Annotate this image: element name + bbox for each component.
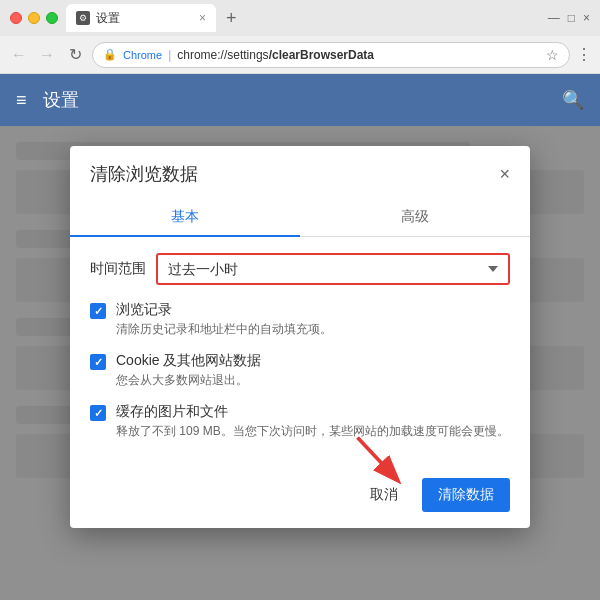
checkbox-browsing-history-input[interactable] bbox=[90, 303, 106, 319]
modal-header: 清除浏览数据 × bbox=[70, 146, 530, 186]
url-bar[interactable]: 🔒 Chrome | chrome://settings/clearBrowse… bbox=[92, 42, 570, 68]
checkbox-browsing-history-desc: 清除历史记录和地址栏中的自动填充项。 bbox=[116, 321, 332, 338]
app-header: ≡ 设置 🔍 bbox=[0, 74, 600, 126]
hamburger-menu-button[interactable]: ≡ bbox=[16, 90, 27, 111]
checkbox-browsing-history: 浏览记录 清除历史记录和地址栏中的自动填充项。 bbox=[90, 301, 510, 338]
tab-basic[interactable]: 基本 bbox=[70, 198, 300, 236]
modal-title: 清除浏览数据 bbox=[90, 162, 198, 186]
close-button[interactable] bbox=[10, 12, 22, 24]
traffic-lights bbox=[10, 12, 58, 24]
checkbox-cookies-text: Cookie 及其他网站数据 您会从大多数网站退出。 bbox=[116, 352, 261, 389]
new-tab-button[interactable]: + bbox=[220, 8, 243, 29]
browser-menu-button[interactable]: ⋮ bbox=[576, 45, 592, 64]
time-range-label: 时间范围 bbox=[90, 260, 146, 278]
forward-button[interactable]: → bbox=[36, 46, 58, 64]
maximize-button[interactable] bbox=[46, 12, 58, 24]
minimize-button[interactable] bbox=[28, 12, 40, 24]
titlebar: ⚙ 设置 × + — □ × bbox=[0, 0, 600, 36]
tab-close-icon[interactable]: × bbox=[199, 11, 206, 25]
url-chrome-label: Chrome bbox=[123, 49, 162, 61]
window-minimize[interactable]: — bbox=[548, 11, 560, 25]
app-title: 设置 bbox=[43, 88, 79, 112]
modal-close-button[interactable]: × bbox=[499, 165, 510, 183]
modal-footer: 取消 清除数据 bbox=[70, 470, 530, 528]
addressbar: ← → ↻ 🔒 Chrome | chrome://settings/clear… bbox=[0, 36, 600, 74]
checkbox-browsing-history-text: 浏览记录 清除历史记录和地址栏中的自动填充项。 bbox=[116, 301, 332, 338]
window-close[interactable]: × bbox=[583, 11, 590, 25]
checkbox-cookies-desc: 您会从大多数网站退出。 bbox=[116, 372, 261, 389]
checkbox-cache-desc: 释放了不到 109 MB。当您下次访问时，某些网站的加载速度可能会更慢。 bbox=[116, 423, 509, 440]
url-separator: | bbox=[168, 48, 171, 62]
checkbox-cookies-title: Cookie 及其他网站数据 bbox=[116, 352, 261, 370]
checkbox-cookies: Cookie 及其他网站数据 您会从大多数网站退出。 bbox=[90, 352, 510, 389]
checkbox-cache-text: 缓存的图片和文件 释放了不到 109 MB。当您下次访问时，某些网站的加载速度可… bbox=[116, 403, 509, 440]
checkbox-cache-input[interactable] bbox=[90, 405, 106, 421]
checkbox-cookies-input[interactable] bbox=[90, 354, 106, 370]
search-icon[interactable]: 🔍 bbox=[562, 89, 584, 111]
window-controls: — □ × bbox=[548, 11, 590, 25]
checkbox-browsing-history-title: 浏览记录 bbox=[116, 301, 332, 319]
time-range-select[interactable]: 过去一小时 bbox=[156, 253, 510, 285]
reload-button[interactable]: ↻ bbox=[64, 45, 86, 64]
back-button[interactable]: ← bbox=[8, 46, 30, 64]
tab-advanced[interactable]: 高级 bbox=[300, 198, 530, 236]
url-protocol: chrome:// bbox=[177, 48, 227, 62]
url-secure-icon: 🔒 bbox=[103, 48, 117, 61]
tab-settings[interactable]: ⚙ 设置 × bbox=[66, 4, 216, 32]
page-content: 清除浏览数据 × 基本 高级 时间范围 过去一小时 浏览记录 清除历史记录和 bbox=[0, 126, 600, 600]
settings-tab-icon: ⚙ bbox=[76, 11, 90, 25]
modal-body: 时间范围 过去一小时 浏览记录 清除历史记录和地址栏中的自动填充项。 Cooki… bbox=[70, 237, 530, 470]
url-highlight: /clearBrowserData bbox=[269, 48, 374, 62]
tab-bar: ⚙ 设置 × + bbox=[66, 0, 540, 36]
url-path: settings bbox=[227, 48, 268, 62]
url-text: chrome://settings/clearBrowserData bbox=[177, 48, 374, 62]
window-maximize[interactable]: □ bbox=[568, 11, 575, 25]
modal-tabs: 基本 高级 bbox=[70, 198, 530, 237]
cancel-button[interactable]: 取消 bbox=[358, 478, 410, 512]
checkbox-cache-title: 缓存的图片和文件 bbox=[116, 403, 509, 421]
clear-browser-data-modal: 清除浏览数据 × 基本 高级 时间范围 过去一小时 浏览记录 清除历史记录和 bbox=[70, 146, 530, 528]
time-range-row: 时间范围 过去一小时 bbox=[90, 253, 510, 285]
tab-label: 设置 bbox=[96, 10, 120, 27]
clear-data-button[interactable]: 清除数据 bbox=[422, 478, 510, 512]
checkbox-cache: 缓存的图片和文件 释放了不到 109 MB。当您下次访问时，某些网站的加载速度可… bbox=[90, 403, 510, 440]
bookmark-icon[interactable]: ☆ bbox=[546, 47, 559, 63]
